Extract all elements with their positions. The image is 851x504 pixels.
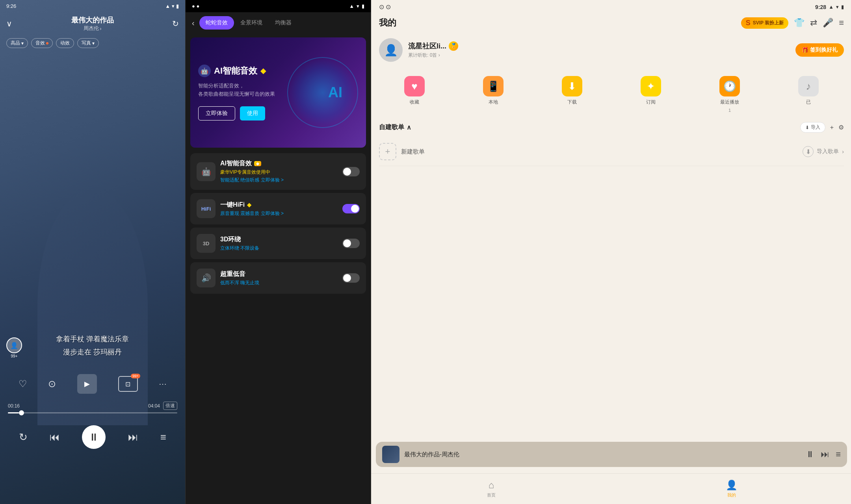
listened-label: 已 — [806, 99, 811, 106]
user-avatar[interactable]: 👤 — [379, 38, 403, 62]
effects-dot — [46, 42, 48, 44]
add-playlist-icon[interactable]: + — [830, 124, 834, 131]
banner-buttons: 立即体验 使用 — [198, 106, 275, 120]
refresh-button[interactable]: ↻ — [166, 19, 179, 28]
quality-tag[interactable]: 高品 ▾ — [6, 38, 28, 48]
animation-tag[interactable]: 动效 — [56, 38, 74, 48]
menu-icon[interactable]: ≡ — [839, 18, 844, 28]
import-playlist-action: ⬇ 导入歌单 › — [803, 146, 844, 157]
p2-signal-icon: ▲ — [349, 3, 354, 9]
pause-icon: ⏸ — [89, 431, 99, 443]
nav-my[interactable]: 👤 我的 — [611, 474, 851, 504]
mini-pause-button[interactable]: ⏸ — [806, 449, 814, 460]
menu-favorites[interactable]: ♥ 收藏 — [375, 73, 454, 116]
3d-effect-name: 3D环绕 — [220, 235, 338, 244]
mini-next-button[interactable]: ⏭ — [821, 449, 829, 460]
tab-equalizer[interactable]: 均衡器 — [269, 16, 298, 30]
3d-effect-toggle[interactable] — [342, 239, 360, 248]
progress-right: 04:04 倍速 — [148, 402, 177, 410]
tab-snake-effects[interactable]: 蛇蛇音效 — [199, 16, 234, 30]
mic-icon[interactable]: 🎤 — [823, 18, 833, 28]
progress-fill — [8, 412, 19, 413]
mini-player: 最伟大的作品-周杰伦 ⏸ ⏭ ≡ — [376, 442, 847, 467]
p3-signal-icon: ▲ — [829, 4, 834, 10]
panel2-back-button[interactable]: ‹ — [192, 19, 195, 28]
plus-circle: + — [379, 143, 396, 160]
local-icon: 📱 — [483, 76, 504, 96]
thumbnail-button[interactable]: ▶ — [77, 374, 97, 394]
toggle-thumb-bass — [343, 274, 351, 282]
p2-status-left: ● ● — [192, 3, 199, 9]
p2-wifi-icon: ▾ — [357, 3, 359, 9]
checkin-icon: 🎁 — [802, 47, 808, 53]
header-title-block: 最伟大的作品 周杰伦 › — [19, 15, 166, 32]
nav-home[interactable]: ⌂ 首页 — [371, 474, 611, 504]
more-button[interactable]: ⋯ — [159, 379, 167, 389]
tab-panorama[interactable]: 全景环境 — [234, 16, 269, 30]
current-time: 00:16 — [8, 403, 20, 409]
pause-button[interactable]: ⏸ — [82, 425, 106, 449]
heart-button[interactable]: ♡ — [19, 378, 27, 389]
checkin-button[interactable]: 🎁 签到换好礼 — [795, 43, 844, 57]
next-button[interactable]: ⏭ — [128, 431, 138, 443]
my-label: 我的 — [727, 492, 736, 498]
side-controls: ♡ ⊙ ▶ ⊡ 99+ ⋯ — [0, 374, 185, 394]
menu-download[interactable]: ⬇ 下载 — [533, 73, 611, 116]
screen-badge: 99+ — [131, 374, 140, 378]
playlist-section: 自建歌单 ∧ ⬇ 导入 + ⚙ + 新建歌单 ⬇ 导入歌单 › — [371, 119, 851, 284]
hifi-effect-toggle[interactable] — [342, 204, 360, 213]
artist-name[interactable]: 周杰伦 › — [19, 25, 166, 32]
menu-recent[interactable]: 🕐 最近播放 1 — [690, 73, 769, 116]
bass-effect-icon: 🔊 — [197, 269, 216, 287]
experience-button[interactable]: 立即体验 — [198, 106, 235, 120]
playlist-chevron[interactable]: ∧ — [407, 124, 411, 131]
photo-tag[interactable]: 写真 ▾ — [77, 38, 99, 48]
mini-list-button[interactable]: ≡ — [836, 449, 841, 460]
p2-battery-icon: ▮ — [362, 3, 364, 9]
effects-tabs: 蛇蛇音效 全景环境 均衡器 — [199, 16, 364, 30]
toggle-thumb-3d — [343, 239, 351, 247]
screen-button[interactable]: ⊡ 99+ — [118, 376, 138, 392]
lyric-line-2: 漫步走在 莎玛丽丹 — [0, 346, 185, 358]
3d-effect-info: 3D环绕 立体环绕 不限设备 — [220, 235, 338, 252]
listened-icon: ♪ — [798, 76, 819, 96]
3d-effect-sub: 立体环绕 不限设备 — [220, 245, 338, 252]
mini-player-thumb[interactable] — [382, 446, 399, 463]
menu-subscribe[interactable]: ✦ 订阅 — [611, 73, 690, 116]
use-button[interactable]: 使用 — [240, 106, 265, 120]
repeat-button[interactable]: ↻ — [19, 431, 28, 443]
hifi-effect-name: 一键HiFi ◆ — [220, 201, 338, 209]
sync-icon[interactable]: ⇄ — [810, 18, 817, 28]
lyric-line-1: 拿着手杖 弹着魔法乐章 — [0, 333, 185, 345]
prev-button[interactable]: ⏮ — [50, 431, 60, 443]
user-stats[interactable]: 累计听歌: 0首 › — [408, 52, 458, 59]
signal-icon: ▲ — [165, 3, 170, 9]
new-playlist-item[interactable]: + 新建歌单 ⬇ 导入歌单 › — [379, 137, 844, 166]
hifi-diamond: ◆ — [247, 202, 251, 208]
menu-local[interactable]: 📱 本地 — [454, 73, 533, 116]
progress-track[interactable] — [8, 412, 177, 413]
bass-effect-toggle[interactable] — [342, 273, 360, 283]
user-name: 流星社区li... 🏅 — [408, 41, 458, 51]
menu-listened[interactable]: ♪ 已 — [769, 73, 848, 116]
svip-badge[interactable]: S SVIP 装扮上新 — [741, 17, 788, 29]
effects-list: 🤖 AI智能音效 ◆ 豪华VIP专属音效使用中 智能适配 绝佳听感 立即体验 >… — [186, 152, 371, 504]
effects-tag[interactable]: 音效 — [31, 38, 53, 48]
ai-effect-icon: 🤖 — [197, 162, 216, 181]
import-button[interactable]: ⬇ 导入 — [800, 122, 825, 133]
banner-title: 🤖 AI智能音效 ◆ — [198, 65, 275, 77]
shirt-icon[interactable]: 👕 — [794, 18, 805, 28]
banner-orb-decoration — [287, 57, 358, 128]
back-chevron[interactable]: ∨ — [6, 19, 19, 28]
ai-effect-toggle[interactable] — [342, 167, 360, 176]
lyrics-display: 拿着手杖 弹着魔法乐章 漫步走在 莎玛丽丹 — [0, 333, 185, 358]
import-arrow: › — [842, 148, 844, 155]
settings-icon[interactable]: ⚙ — [838, 124, 844, 131]
progress-thumb[interactable] — [19, 410, 24, 415]
playlist-button[interactable]: ≡ — [160, 431, 166, 443]
speed-button[interactable]: 倍速 — [163, 402, 177, 410]
import-playlist-label[interactable]: 导入歌单 — [817, 148, 839, 155]
download-button[interactable]: ⊙ — [48, 378, 56, 389]
mini-controls: ⏸ ⏭ ≡ — [806, 449, 841, 460]
home-icon: ⌂ — [489, 480, 494, 491]
